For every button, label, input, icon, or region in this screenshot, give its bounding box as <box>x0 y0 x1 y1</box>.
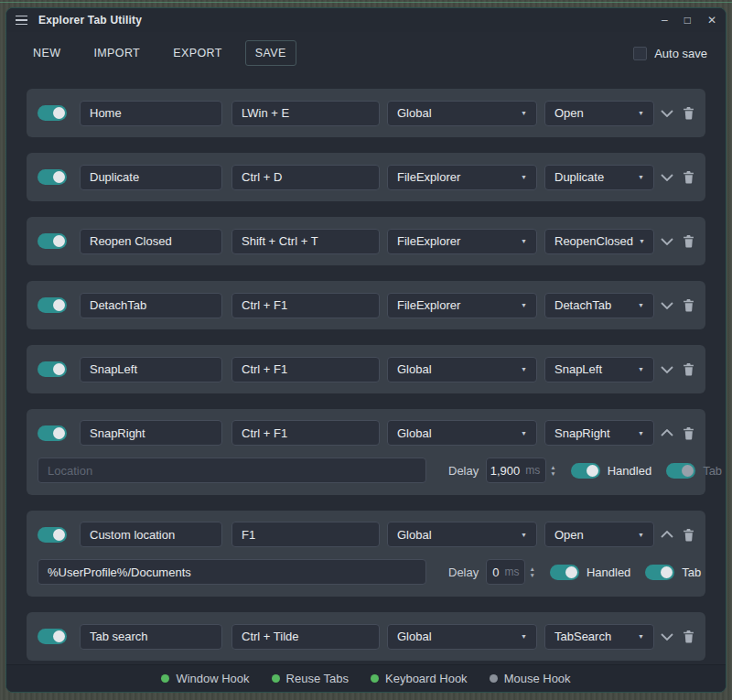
hotkey-input[interactable] <box>231 420 380 446</box>
trash-icon <box>683 426 694 440</box>
scope-select[interactable]: FileExplorer ▼ <box>387 165 537 190</box>
delete-button[interactable] <box>683 528 694 542</box>
delete-button[interactable] <box>683 362 694 376</box>
menu-icon[interactable] <box>16 16 27 26</box>
chevron-down-icon: ▼ <box>638 532 644 538</box>
chevron-down-icon: ▼ <box>521 302 527 308</box>
tab-label: Tab <box>682 565 701 579</box>
action-select[interactable]: ReopenClosed ▼ <box>544 229 654 254</box>
delete-button[interactable] <box>683 298 694 312</box>
collapse-button[interactable] <box>661 429 673 436</box>
handled-toggle[interactable] <box>550 565 579 580</box>
enabled-toggle[interactable] <box>38 527 67 543</box>
name-input[interactable] <box>80 101 222 126</box>
maximize-button[interactable]: □ <box>684 15 691 26</box>
scope-select[interactable]: Global ▼ <box>387 101 537 126</box>
import-button[interactable]: IMPORT <box>83 40 150 66</box>
scope-select[interactable]: Global ▼ <box>387 624 537 650</box>
name-input[interactable] <box>80 165 222 190</box>
hotkey-input[interactable] <box>231 101 380 126</box>
hotkey-row: Global ▼ SnapLeft ▼ <box>27 345 705 393</box>
delay-input[interactable]: 0 ms <box>486 559 525 585</box>
location-input[interactable] <box>38 559 426 585</box>
delete-button[interactable] <box>683 234 694 248</box>
action-value: DetachTab <box>554 298 611 312</box>
chevron-down-icon: ▼ <box>639 238 645 244</box>
expand-button[interactable] <box>661 174 673 181</box>
collapse-button[interactable] <box>661 531 673 538</box>
name-input[interactable] <box>80 357 222 382</box>
expand-button[interactable] <box>661 633 673 641</box>
hotkey-input[interactable] <box>231 165 380 190</box>
hotkey-input[interactable] <box>231 293 380 318</box>
name-input[interactable] <box>80 229 222 254</box>
name-input[interactable] <box>80 522 222 547</box>
status-mouse-hook: Mouse Hook <box>490 672 571 685</box>
action-value: SnapRight <box>554 426 610 440</box>
action-select[interactable]: Duplicate ▼ <box>544 165 654 190</box>
new-button[interactable]: NEW <box>23 40 70 66</box>
location-input[interactable] <box>38 458 426 483</box>
chevron-down-icon <box>661 174 673 181</box>
autosave-checkbox[interactable] <box>633 47 647 60</box>
handled-toggle[interactable] <box>571 463 600 479</box>
statusbar: Window Hook Reuse Tabs Keyboard Hook Mou… <box>6 664 726 692</box>
chevron-down-icon <box>661 302 673 309</box>
action-select[interactable]: Open ▼ <box>544 101 654 126</box>
delete-button[interactable] <box>683 170 694 184</box>
hotkey-row: Global ▼ Open ▼ Delay 0 ms <box>27 511 705 597</box>
scope-select[interactable]: Global ▼ <box>387 357 537 382</box>
chevron-down-icon: ▼ <box>521 366 527 372</box>
scope-select[interactable]: Global ▼ <box>387 420 537 446</box>
scope-select[interactable]: FileExplorer ▼ <box>387 229 537 254</box>
name-input[interactable] <box>80 624 222 650</box>
scope-select[interactable]: FileExplorer ▼ <box>387 293 537 318</box>
close-button[interactable]: ✕ <box>707 15 716 26</box>
handled-label: Handled <box>608 464 651 478</box>
name-input[interactable] <box>80 293 222 318</box>
expand-button[interactable] <box>661 302 673 309</box>
export-button[interactable]: EXPORT <box>163 40 232 66</box>
enabled-toggle[interactable] <box>38 629 67 644</box>
hotkey-input[interactable] <box>231 624 380 650</box>
hotkey-row: Global ▼ Open ▼ <box>27 89 705 137</box>
action-select[interactable]: TabSearch ▼ <box>544 624 654 650</box>
ms-unit: ms <box>525 464 540 477</box>
trash-icon <box>683 362 694 376</box>
expand-button[interactable] <box>661 238 673 245</box>
enabled-toggle[interactable] <box>38 297 67 313</box>
save-button[interactable]: SAVE <box>245 40 296 66</box>
delete-button[interactable] <box>683 106 694 120</box>
minimize-button[interactable]: – <box>662 15 668 26</box>
action-select[interactable]: SnapLeft ▼ <box>544 357 654 382</box>
delete-button[interactable] <box>683 426 694 440</box>
enabled-toggle[interactable] <box>38 233 67 249</box>
chevron-down-icon: ▼ <box>521 532 527 538</box>
enabled-toggle[interactable] <box>38 425 67 441</box>
scope-value: Global <box>397 426 432 440</box>
delete-button[interactable] <box>683 630 694 643</box>
expand-button[interactable] <box>661 110 673 117</box>
action-select[interactable]: DetachTab ▼ <box>544 293 654 318</box>
tab-toggle[interactable] <box>645 565 674 580</box>
action-select[interactable]: SnapRight ▼ <box>544 420 654 446</box>
action-select[interactable]: Open ▼ <box>544 522 654 547</box>
hotkey-input[interactable] <box>231 229 380 254</box>
name-input[interactable] <box>80 420 222 446</box>
scope-value: Global <box>397 362 432 376</box>
scope-value: Global <box>397 528 432 542</box>
hotkey-input[interactable] <box>231 522 380 547</box>
scope-select[interactable]: Global ▼ <box>387 522 537 547</box>
trash-icon <box>683 106 694 120</box>
tab-toggle[interactable] <box>666 463 695 479</box>
action-value: Open <box>554 528 584 542</box>
chevron-down-icon <box>661 238 673 245</box>
delay-input[interactable]: 1,900 ms <box>486 458 546 483</box>
titlebar: Explorer Tab Utility – □ ✕ <box>6 8 726 32</box>
enabled-toggle[interactable] <box>38 361 67 377</box>
trash-icon <box>683 528 694 542</box>
hotkey-input[interactable] <box>231 357 380 382</box>
expand-button[interactable] <box>661 366 673 373</box>
enabled-toggle[interactable] <box>38 169 67 185</box>
enabled-toggle[interactable] <box>38 105 67 121</box>
